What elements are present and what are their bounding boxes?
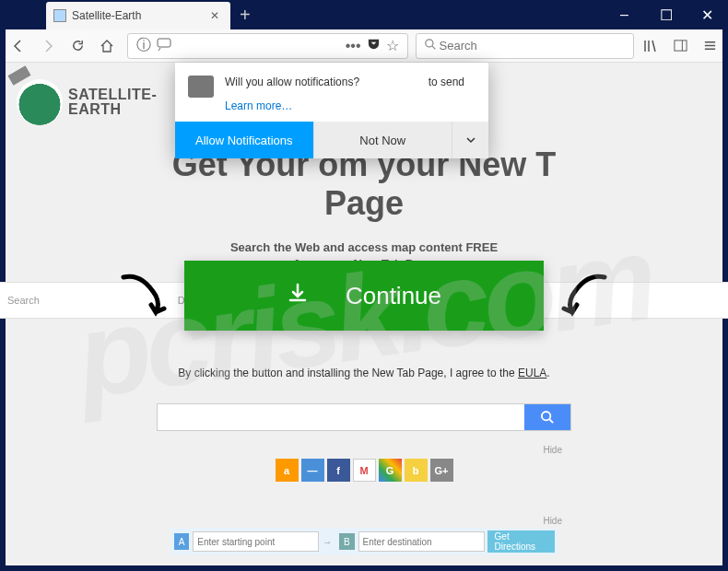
search-bar[interactable] — [416, 33, 634, 59]
allow-notifications-button[interactable]: Allow Notifications — [175, 122, 313, 158]
notification-question: Will you allow notifications? — [225, 76, 359, 88]
eula-link[interactable]: EULA — [518, 367, 546, 379]
menu-icon[interactable] — [697, 33, 722, 59]
start-point-input[interactable] — [193, 531, 319, 552]
get-directions-button[interactable]: Get Directions — [487, 530, 555, 553]
quick-links: a — f M G b G+ — [0, 459, 728, 482]
site-logo: SATELLITE-EARTH — [17, 79, 157, 125]
svg-point-4 — [541, 411, 549, 419]
gmail-icon[interactable]: M — [353, 459, 376, 482]
tab-close-icon[interactable]: ✕ — [206, 9, 223, 22]
svg-rect-0 — [158, 39, 170, 47]
directions-row: A → B Get Directions — [170, 528, 558, 555]
browser-toolbar: ⓘ ••• ☆ — [0, 29, 728, 63]
window-titlebar: Satellite-Earth ✕ + – ☐ ✕ — [0, 0, 728, 29]
notification-popup: Will you allow notifications? to send Le… — [175, 63, 488, 158]
permission-icon[interactable] — [157, 38, 171, 54]
new-tab-button[interactable]: + — [230, 5, 260, 26]
amazon-icon[interactable]: a — [276, 459, 299, 482]
hide-link-2[interactable]: Hide — [543, 516, 562, 526]
google-maps-icon[interactable]: G — [379, 459, 402, 482]
forward-button[interactable] — [35, 33, 61, 59]
notification-bubble-icon — [188, 76, 214, 98]
svg-point-1 — [425, 39, 432, 46]
notification-chevron-icon[interactable] — [452, 122, 488, 158]
web-search-bar[interactable] — [157, 403, 571, 431]
point-b-marker: B — [339, 533, 354, 550]
web-search-button[interactable] — [524, 404, 570, 430]
back-button[interactable] — [6, 33, 31, 59]
arrow-right-icon — [558, 268, 614, 323]
reload-button[interactable] — [65, 33, 90, 59]
search-icon — [425, 38, 437, 54]
hide-link-1[interactable]: Hide — [543, 445, 562, 455]
home-button[interactable] — [94, 33, 120, 59]
svg-rect-2 — [674, 41, 686, 51]
pocket-icon[interactable] — [367, 37, 381, 54]
address-bar[interactable]: ⓘ ••• ☆ — [127, 33, 408, 59]
continue-label: Continue — [346, 282, 441, 310]
bing-icon[interactable]: b — [405, 459, 428, 482]
bookmark-star-icon[interactable]: ☆ — [386, 37, 399, 54]
window-controls: – ☐ ✕ — [604, 0, 728, 29]
tab-title: Satellite-Earth — [72, 9, 206, 22]
earth-icon — [17, 79, 63, 125]
minimize-button[interactable]: – — [604, 0, 645, 29]
site-info-icon[interactable]: ⓘ — [136, 36, 151, 55]
web-search-input[interactable] — [158, 404, 524, 430]
swap-icon[interactable]: → — [319, 537, 335, 547]
browser-tab[interactable]: Satellite-Earth ✕ — [46, 2, 230, 29]
arrow-left-icon — [114, 268, 170, 323]
search-input[interactable] — [440, 39, 628, 52]
logo-text: SATELLITE-EARTH — [68, 87, 157, 117]
page-actions-icon[interactable]: ••• — [346, 38, 361, 54]
library-icon[interactable] — [638, 33, 663, 59]
gplus-icon[interactable]: G+ — [430, 459, 453, 482]
facebook-icon[interactable]: f — [327, 459, 350, 482]
link-icon-2[interactable]: — — [301, 459, 324, 482]
cta-row: Continue — [0, 261, 728, 331]
window-border — [0, 565, 728, 571]
maximize-button[interactable]: ☐ — [645, 0, 687, 29]
tab-favicon — [53, 9, 66, 22]
not-now-button[interactable]: Not Now — [313, 122, 452, 158]
continue-button[interactable]: Continue — [184, 261, 544, 331]
destination-input[interactable] — [358, 531, 485, 552]
satellite-icon — [7, 65, 30, 85]
disclaimer-text: By clicking the button and installing th… — [0, 367, 728, 379]
notification-sender: to send — [429, 76, 464, 88]
download-icon — [287, 282, 309, 310]
point-a-marker: A — [174, 533, 189, 550]
learn-more-link[interactable]: Learn more… — [225, 99, 464, 112]
sidebar-icon[interactable] — [667, 33, 693, 59]
